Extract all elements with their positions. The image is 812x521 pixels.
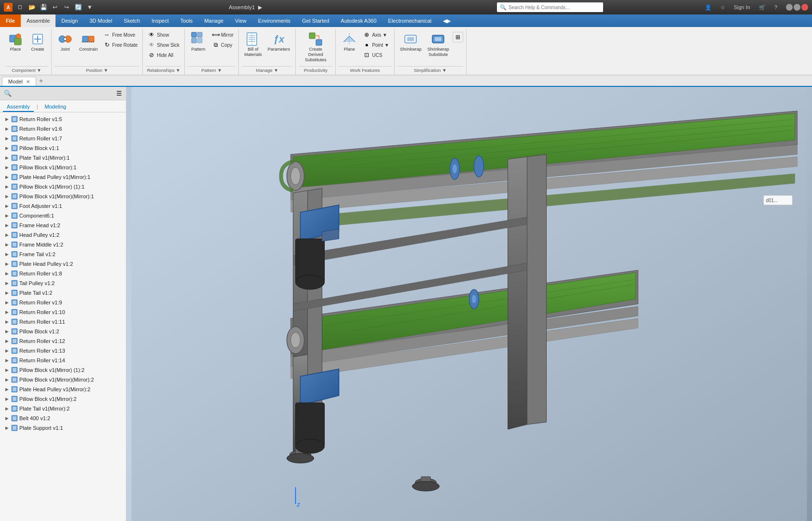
search-input[interactable] [509,5,600,10]
undo-btn[interactable]: ↩ [50,2,60,12]
tree-item-pbm-v11[interactable]: ▶Pillow Block v1(Mirror):1 [0,163,126,172]
tree-item-rr-v111[interactable]: ▶Return Roller v1:11 [0,317,126,327]
expand-arrow[interactable]: ▶ [4,271,10,276]
constrain-button[interactable]: Constrain [77,30,100,54]
panel-menu-icon[interactable]: ☰ [116,90,122,97]
tree-item-ps-v11[interactable]: ▶Plate Support v1:1 [0,423,126,433]
free-move-button[interactable]: ↔ Free Move [101,30,140,40]
expand-arrow[interactable]: ▶ [4,155,10,161]
tree-item-php-v11[interactable]: ▶Plate Head Pulley v1(Mirror):1 [0,172,126,182]
expand-arrow[interactable]: ▶ [4,184,10,190]
expand-arrow[interactable]: ▶ [4,165,10,170]
tree-item-fh-v12[interactable]: ▶Frame Head v1:2 [0,220,126,230]
expand-arrow[interactable]: ▶ [4,251,10,257]
tree-item-hp-v12[interactable]: ▶Head Pulley v1:2 [0,230,126,240]
expand-arrow[interactable]: ▶ [4,116,10,122]
expand-arrow[interactable]: ▶ [4,126,10,132]
mirror-button[interactable]: ⟺ Mirror [210,30,235,40]
expand-arrow[interactable]: ▶ [4,300,10,305]
tab-model-close[interactable]: ✕ [26,79,30,84]
create-button[interactable]: Create [27,30,48,54]
tree-item-pbm1-11[interactable]: ▶Pillow Block v1(Mirror) (1):1 [0,182,126,192]
expand-arrow[interactable]: ▶ [4,348,10,354]
expand-arrow[interactable]: ▶ [4,261,10,267]
tree-item-pb-v11[interactable]: ▶Pillow Block v1:1 [0,143,126,153]
expand-arrow[interactable]: ▶ [4,213,10,219]
purchase-icon[interactable]: 🛒 [756,3,769,12]
tree-item-rr-v15[interactable]: ▶Return Roller v1:5 [0,114,126,124]
tree-item-fm-v12[interactable]: ▶Frame Middle v1:2 [0,240,126,249]
tree-item-pbm1-12[interactable]: ▶Pillow Block v1(Mirror) (1):2 [0,365,126,375]
expand-arrow[interactable]: ▶ [4,290,10,296]
free-rotate-button[interactable]: ↻ Free Rotate [101,40,140,50]
expand-arrow[interactable]: ▶ [4,309,10,315]
tree-item-rr-v112[interactable]: ▶Return Roller v1:12 [0,336,126,346]
menu-sketch[interactable]: Sketch [118,14,146,27]
tree-item-rr-v16[interactable]: ▶Return Roller v1:6 [0,124,126,134]
parameters-button[interactable]: ƒx Parameters [265,30,293,54]
tree-item-rr-v110[interactable]: ▶Return Roller v1:10 [0,307,126,317]
open-btn[interactable]: 📂 [27,2,37,12]
star-icon[interactable]: ☆ [717,3,728,12]
tree-item-comp6-1[interactable]: ▶Component6:1 [0,211,126,220]
expand-arrow[interactable]: ▶ [4,367,10,373]
close-btn[interactable] [801,4,808,11]
help-btn[interactable]: ? [771,3,780,11]
tab-model[interactable]: Model ✕ [2,77,36,86]
expand-arrow[interactable]: ▶ [4,193,10,199]
menu-electromechanical[interactable]: Electromechanical [382,14,437,27]
show-button[interactable]: 👁 Show [146,30,181,40]
sub-tab-assembly[interactable]: Assembly [3,102,34,112]
settings-btn[interactable]: ▼ [85,2,95,12]
pattern-button[interactable]: Pattern [188,30,209,54]
simplification-view-btn[interactable]: ⊞ [453,32,463,42]
expand-arrow[interactable]: ▶ [4,222,10,228]
expand-arrow[interactable]: ▶ [4,415,10,421]
menu-assemble[interactable]: Assemble [21,14,55,27]
tree-item-rr-v114[interactable]: ▶Return Roller v1:14 [0,356,126,365]
expand-arrow[interactable]: ▶ [4,280,10,286]
expand-arrow[interactable]: ▶ [4,329,10,334]
menu-tools[interactable]: Tools [175,14,199,27]
menu-manage[interactable]: Manage [198,14,229,27]
viewport[interactable]: z d01... [126,87,812,521]
sub-tab-modeling[interactable]: Modeling [41,102,70,112]
expand-arrow[interactable]: ▶ [4,406,10,411]
save-btn[interactable]: 💾 [39,2,48,12]
ucs-button[interactable]: ⊡ UCS [361,50,391,60]
joint-button[interactable]: Joint [55,30,76,54]
expand-arrow[interactable]: ▶ [4,145,10,151]
axis-button[interactable]: ⊕ Axis ▼ [361,30,391,40]
expand-arrow[interactable]: ▶ [4,425,10,431]
expand-arrow[interactable]: ▶ [4,174,10,180]
menu-3dmodel[interactable]: 3D Model [84,14,118,27]
tree-item-rr-v113[interactable]: ▶Return Roller v1:13 [0,346,126,356]
shrinkwrap-button[interactable]: Shrinkwrap [398,30,424,54]
tree-item-pbmm-11[interactable]: ▶Pillow Block v1(Mirror)(Mirror):1 [0,192,126,201]
min-btn[interactable] [786,4,793,11]
expand-arrow[interactable]: ▶ [4,203,10,209]
expand-arrow[interactable]: ▶ [4,319,10,325]
tree-item-rr-v18[interactable]: ▶Return Roller v1:8 [0,269,126,278]
menu-inspect[interactable]: Inspect [146,14,174,27]
menu-environments[interactable]: Environments [252,14,296,27]
tree-item-ft-v12[interactable]: ▶Frame Tail v1:2 [0,249,126,259]
expand-arrow[interactable]: ▶ [4,377,10,383]
sign-in-btn[interactable]: Sign In [731,3,753,11]
tree-item-pbmv12[interactable]: ▶Pillow Block v1(Mirror):2 [0,394,126,404]
tree-item-tp-v12[interactable]: ▶Tail Pulley v1:2 [0,278,126,288]
redo-btn[interactable]: ↪ [62,2,71,12]
profile-icon[interactable]: 👤 [702,3,715,12]
tree-item-pbmm-12[interactable]: ▶Pillow Block v1(Mirror)(Mirror):2 [0,375,126,384]
tree-item-pt-v11[interactable]: ▶Plate Tail v1(Mirror):1 [0,153,126,163]
tree-item-belt-v12[interactable]: ▶Belt 400 v1:2 [0,413,126,423]
max-btn[interactable] [794,4,800,11]
create-derived-button[interactable]: Create DerivedSubstitutes [299,30,332,64]
tree-item-rr-v17[interactable]: ▶Return Roller v1:7 [0,134,126,143]
point-button[interactable]: ● Point ▼ [361,40,391,50]
menu-design[interactable]: Design [55,14,83,27]
menu-view[interactable]: View [229,14,252,27]
tree-item-fa-v11[interactable]: ▶Foot Adjuster v1:1 [0,201,126,211]
tree-item-ptmv12[interactable]: ▶Plate Tail v1(Mirror):2 [0,404,126,413]
tab-add[interactable]: + [36,75,46,86]
